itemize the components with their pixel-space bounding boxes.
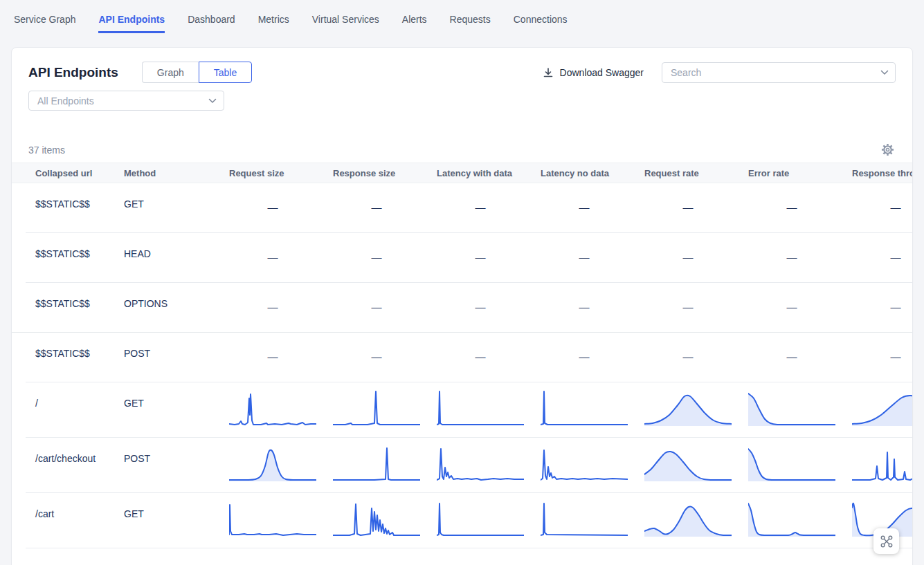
sparkline-chart [437, 444, 524, 483]
no-data-dash: — [748, 283, 835, 313]
download-swagger-button[interactable]: Download Swagger [543, 67, 644, 78]
metric-chart-cell [541, 493, 628, 538]
metric-chart-cell [852, 382, 913, 427]
row-divider [26, 548, 912, 548]
drag-resize-button[interactable] [873, 528, 899, 554]
sparkline-chart [229, 499, 316, 538]
table-row[interactable]: $$STATIC$$POST——————— [12, 333, 912, 382]
no-data-dash: — [333, 333, 420, 362]
endpoint-url: /cart [35, 493, 124, 519]
nav-item-alerts[interactable]: Alerts [402, 14, 427, 33]
view-toggle: GraphTable [142, 62, 252, 83]
no-data-dash: — [644, 283, 732, 313]
metric-chart-cell [644, 438, 732, 483]
endpoint-method: POST [124, 438, 229, 464]
no-data-dash: — [748, 183, 835, 213]
top-nav: Service GraphAPI EndpointsDashboardMetri… [0, 0, 924, 33]
no-data-dash: — [852, 333, 913, 362]
table-toolbar: 37 items [28, 143, 894, 156]
table-settings-button[interactable] [881, 143, 894, 156]
table-view-button[interactable]: Table [199, 62, 252, 83]
nav-item-connections[interactable]: Connections [514, 14, 568, 33]
graph-view-button[interactable]: Graph [142, 62, 199, 83]
no-data-dash: — [541, 183, 628, 213]
nav-item-virtual-services[interactable]: Virtual Services [312, 14, 379, 33]
metric-chart-cell [437, 493, 524, 538]
metric-chart-cell [541, 438, 628, 483]
sparkline-chart [748, 499, 835, 538]
no-data-dash: — [437, 333, 524, 362]
endpoint-method: GET [124, 183, 229, 210]
no-data-dash: — [437, 183, 524, 213]
endpoint-filter-select[interactable]: All Endpoints [28, 91, 224, 111]
metric-chart-cell [748, 493, 835, 538]
metric-chart-cell [333, 493, 420, 538]
no-data-dash: — [229, 283, 316, 313]
column-header-method: Method [124, 168, 229, 178]
column-header-latency-with-data: Latency with data [437, 168, 541, 178]
api-endpoints-panel: API Endpoints GraphTable Download Swagge… [11, 47, 913, 565]
metric-chart-cell [852, 438, 913, 483]
nav-item-dashboard[interactable]: Dashboard [188, 14, 235, 33]
no-data-dash: — [748, 333, 835, 362]
metric-chart-cell [748, 438, 835, 483]
drag-resize-icon [880, 535, 894, 548]
table-row[interactable]: $$STATIC$$GET——————— [12, 183, 912, 232]
no-data-dash: — [229, 233, 316, 263]
endpoint-url: / [35, 382, 124, 409]
table-row[interactable]: $$STATIC$$OPTIONS——————— [12, 283, 912, 332]
endpoint-url: $$STATIC$$ [35, 233, 124, 259]
table-row[interactable]: /GET [12, 382, 912, 437]
table-row[interactable]: /cart/checkoutPOST [12, 438, 912, 492]
nav-item-metrics[interactable]: Metrics [258, 14, 289, 33]
column-header-request-rate: Request rate [644, 168, 748, 178]
endpoint-method: HEAD [124, 233, 229, 259]
sparkline-chart [437, 389, 524, 427]
no-data-dash: — [541, 283, 628, 313]
metric-chart-cell [437, 438, 524, 483]
metric-chart-cell [229, 438, 316, 483]
sparkline-chart [852, 389, 913, 427]
endpoint-url: $$STATIC$$ [35, 283, 124, 309]
sparkline-chart [541, 389, 628, 427]
search-box [662, 62, 896, 83]
endpoint-filter-placeholder: All Endpoints [37, 95, 94, 106]
metric-chart-cell [229, 493, 316, 538]
endpoint-method: POST [124, 333, 229, 359]
table-row[interactable]: /cartGET [12, 493, 912, 548]
header-actions: Download Swagger [543, 62, 896, 83]
metric-chart-cell [541, 382, 628, 427]
sparkline-chart [748, 444, 835, 483]
sparkline-chart [229, 389, 316, 427]
no-data-dash: — [748, 233, 835, 263]
metric-chart-cell [333, 438, 420, 483]
search-input[interactable] [662, 62, 896, 83]
nav-item-requests[interactable]: Requests [450, 14, 491, 33]
sparkline-chart [748, 389, 835, 427]
table-row[interactable]: $$STATIC$$HEAD——————— [12, 233, 912, 282]
column-header-request-size: Request size [229, 168, 333, 178]
column-header-latency-no-data: Latency no data [541, 168, 644, 178]
column-header-response-throughput: Response throughput [852, 168, 913, 178]
row-divider [12, 332, 912, 333]
chevron-down-icon [880, 70, 889, 75]
no-data-dash: — [852, 183, 913, 213]
no-data-dash: — [229, 333, 316, 362]
metric-chart-cell [333, 382, 420, 427]
no-data-dash: — [333, 283, 420, 313]
download-swagger-label: Download Swagger [560, 67, 644, 78]
sparkline-chart [644, 444, 732, 483]
sparkline-chart [541, 444, 628, 483]
sparkline-chart [644, 499, 732, 538]
no-data-dash: — [852, 233, 913, 263]
no-data-dash: — [541, 233, 628, 263]
sparkline-chart [644, 389, 732, 427]
nav-item-api-endpoints[interactable]: API Endpoints [98, 14, 165, 33]
no-data-dash: — [333, 183, 420, 213]
page-title: API Endpoints [28, 65, 118, 80]
chevron-down-icon [208, 98, 217, 104]
sparkline-chart [541, 499, 628, 538]
download-icon [543, 67, 554, 78]
nav-item-service-graph[interactable]: Service Graph [14, 14, 75, 33]
no-data-dash: — [644, 333, 732, 362]
